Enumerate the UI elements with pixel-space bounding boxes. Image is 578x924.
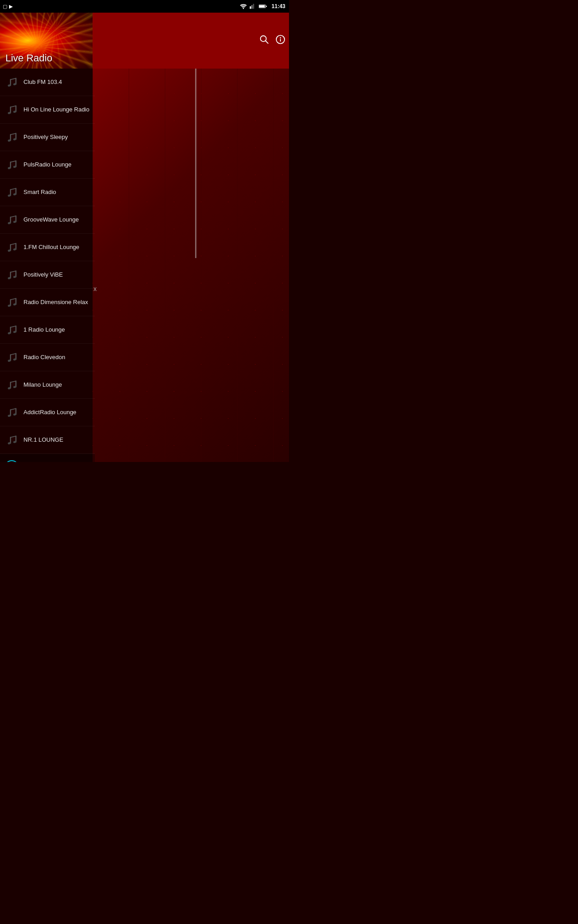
svg-point-0 (243, 8, 244, 9)
music-note-icon (5, 378, 19, 392)
station-name-label: Radio Clevedon (23, 354, 65, 361)
music-note-icon (5, 433, 19, 447)
svg-point-7 (261, 36, 266, 42)
signal-icon (250, 4, 256, 9)
music-note-icon (5, 268, 19, 282)
list-item[interactable]: Club FM 103.4 (0, 69, 95, 96)
list-item[interactable]: 1 Radio Lounge (0, 316, 95, 344)
music-note-icon (5, 213, 19, 227)
list-item[interactable]: PulsRadio Lounge (0, 151, 95, 179)
list-item[interactable]: Radio Dimensione Relax (0, 289, 95, 316)
station-name-label: 1.FM Chillout Lounge (23, 244, 79, 251)
svg-rect-3 (253, 4, 254, 9)
station-name-label: Club FM 103.4 (23, 79, 62, 86)
about-icon: i (5, 460, 19, 462)
list-item[interactable]: Radio Clevedon (0, 344, 95, 371)
list-item[interactable]: Smart Radio (0, 179, 95, 206)
status-left-icons: ▢ ▶ (3, 4, 13, 9)
radio-station-list[interactable]: Club FM 103.4 Hi On Line Lounge Radio Po… (0, 69, 95, 462)
list-item[interactable]: GrooveWave Lounge (0, 206, 95, 234)
list-item[interactable]: Positively ViBE (0, 261, 95, 289)
station-name-label: Radio Dimensione Relax (23, 299, 88, 306)
list-item[interactable]: NR.1 LOUNGE (0, 426, 95, 454)
station-name-label: Hi On Line Lounge Radio (23, 106, 89, 114)
about-item[interactable]: iAbout (0, 454, 95, 462)
info-button[interactable] (275, 35, 285, 47)
list-item[interactable]: Milano Lounge (0, 371, 95, 399)
station-name-label: Milano Lounge (23, 381, 62, 389)
music-note-icon (5, 405, 19, 420)
station-name-label: Smart Radio (23, 189, 56, 196)
svg-rect-2 (252, 5, 253, 9)
music-note-icon (5, 295, 19, 310)
station-name-label: NR.1 LOUNGE (23, 436, 63, 444)
scroll-x-indicator: x (93, 285, 97, 292)
status-bar: ▢ ▶ 11:43 (0, 0, 289, 13)
page-title: Live Radio (5, 52, 52, 64)
gallery-icon: ▢ (3, 4, 7, 9)
battery-icon (259, 4, 267, 9)
music-note-icon (5, 240, 19, 254)
right-panel-background (93, 13, 289, 462)
list-item[interactable]: Hi On Line Lounge Radio (0, 96, 95, 124)
music-note-icon (5, 75, 19, 89)
station-name-label: PulsRadio Lounge (23, 161, 71, 169)
music-note-icon (5, 323, 19, 337)
status-right-icons: 11:43 (240, 3, 285, 9)
play-store-icon: ▶ (9, 4, 13, 9)
station-name-label: GrooveWave Lounge (23, 216, 79, 224)
station-name-label: Positively Sleepy (23, 134, 68, 141)
station-name-label: Positively ViBE (23, 271, 63, 279)
music-note-icon (5, 350, 19, 365)
list-item[interactable]: AddictRadio Lounge (0, 399, 95, 426)
svg-line-8 (266, 41, 268, 43)
clock: 11:43 (271, 3, 285, 9)
music-note-icon (5, 102, 19, 117)
svg-rect-1 (250, 6, 251, 9)
header-actions (259, 35, 285, 47)
station-name-label: AddictRadio Lounge (23, 409, 76, 416)
right-panel (93, 13, 289, 462)
svg-rect-5 (259, 5, 265, 7)
search-button[interactable] (259, 35, 269, 47)
music-note-icon (5, 185, 19, 199)
scrollbar-track[interactable] (195, 69, 196, 258)
music-note-icon (5, 130, 19, 144)
header: Live Radio (0, 13, 289, 69)
list-item[interactable]: Positively Sleepy (0, 124, 95, 151)
music-note-icon (5, 157, 19, 172)
station-name-label: 1 Radio Lounge (23, 326, 65, 334)
svg-rect-6 (266, 6, 267, 7)
list-item[interactable]: 1.FM Chillout Lounge (0, 234, 95, 261)
wifi-icon (240, 4, 247, 9)
